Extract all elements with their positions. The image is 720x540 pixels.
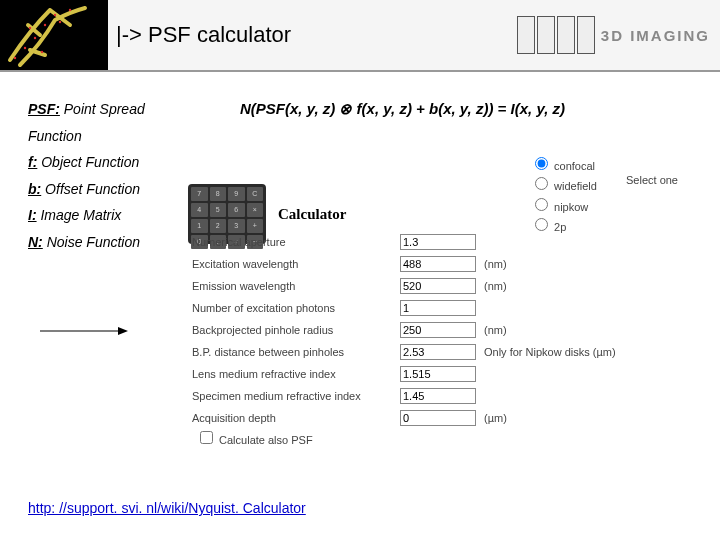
param-label: Numerical aperture — [192, 232, 398, 252]
param-row: Excitation wavelength(nm) — [192, 254, 622, 274]
param-input[interactable] — [400, 344, 476, 360]
param-label: Emission wavelength — [192, 276, 398, 296]
select-one-label: Select one — [626, 174, 678, 186]
microscope-type-radios: confocal widefield nipkow 2p — [530, 154, 597, 236]
svg-point-4 — [44, 24, 46, 26]
logo-text: 3D IMAGING — [601, 27, 710, 44]
param-label: Acquisition depth — [192, 408, 398, 428]
param-unit: (nm) — [484, 254, 622, 274]
svg-point-6 — [69, 9, 71, 11]
param-input[interactable] — [400, 278, 476, 294]
param-input[interactable] — [400, 366, 476, 382]
param-input[interactable] — [400, 388, 476, 404]
radio-confocal[interactable]: confocal — [530, 154, 597, 174]
param-row: Specimen medium refractive index — [192, 386, 622, 406]
param-input[interactable] — [400, 300, 476, 316]
param-unit — [484, 232, 622, 252]
svg-marker-11 — [118, 327, 128, 335]
svg-point-8 — [41, 51, 43, 53]
param-label: Number of excitation photons — [192, 298, 398, 318]
param-unit: (nm) — [484, 276, 622, 296]
calc-psf-checkbox[interactable]: Calculate also PSF — [196, 428, 313, 447]
svg-point-1 — [14, 57, 16, 59]
param-unit: Only for Nipkow disks (µm) — [484, 342, 622, 362]
param-label: Lens medium refractive index — [192, 364, 398, 384]
param-row: Lens medium refractive index — [192, 364, 622, 384]
param-label: Specimen medium refractive index — [192, 386, 398, 406]
param-input[interactable] — [400, 256, 476, 272]
def-psf: PSF: Point Spread Function — [28, 96, 198, 149]
def-n: N: Noise Function — [28, 229, 198, 256]
param-row: Numerical aperture — [192, 232, 622, 252]
param-unit: (nm) — [484, 320, 622, 340]
arrow-icon — [40, 324, 130, 338]
neuron-image — [0, 0, 108, 70]
svg-point-2 — [24, 47, 26, 49]
param-unit: (µm) — [484, 408, 622, 428]
source-link[interactable]: http: //support. svi. nl/wiki/Nyquist. C… — [28, 500, 306, 516]
param-unit — [484, 364, 622, 384]
param-input[interactable] — [400, 410, 476, 426]
param-label: Backprojected pinhole radius — [192, 320, 398, 340]
page-title: |-> PSF calculator — [108, 22, 517, 48]
param-row: Acquisition depth(µm) — [192, 408, 622, 428]
calculator-label: Calculator — [278, 206, 346, 223]
param-unit — [484, 298, 622, 318]
param-input[interactable] — [400, 234, 476, 250]
parameters-table: Numerical apertureExcitation wavelength(… — [190, 230, 624, 430]
svg-point-5 — [54, 14, 56, 16]
param-label: B.P. distance between pinholes — [192, 342, 398, 362]
formula: N(PSF(x, y, z) ⊗ f(x, y, z) + b(x, y, z)… — [240, 96, 565, 118]
svg-point-9 — [29, 27, 31, 29]
param-label: Excitation wavelength — [192, 254, 398, 274]
param-row: Emission wavelength(nm) — [192, 276, 622, 296]
param-input[interactable] — [400, 322, 476, 338]
logo: 3D IMAGING — [517, 16, 720, 54]
param-row: B.P. distance between pinholesOnly for N… — [192, 342, 622, 362]
def-i: I: Image Matrix — [28, 202, 198, 229]
param-unit — [484, 386, 622, 406]
svg-point-7 — [59, 21, 61, 23]
def-b: b: Offset Function — [28, 176, 198, 203]
svg-point-3 — [34, 37, 36, 39]
param-row: Backprojected pinhole radius(nm) — [192, 320, 622, 340]
header: |-> PSF calculator 3D IMAGING — [0, 0, 720, 72]
param-row: Number of excitation photons — [192, 298, 622, 318]
radio-widefield[interactable]: widefield — [530, 174, 597, 194]
logo-bars-icon — [517, 16, 595, 54]
radio-nipkow[interactable]: nipkow — [530, 195, 597, 215]
definitions-list: PSF: Point Spread Function f: Object Fun… — [28, 96, 198, 256]
def-f: f: Object Function — [28, 149, 198, 176]
